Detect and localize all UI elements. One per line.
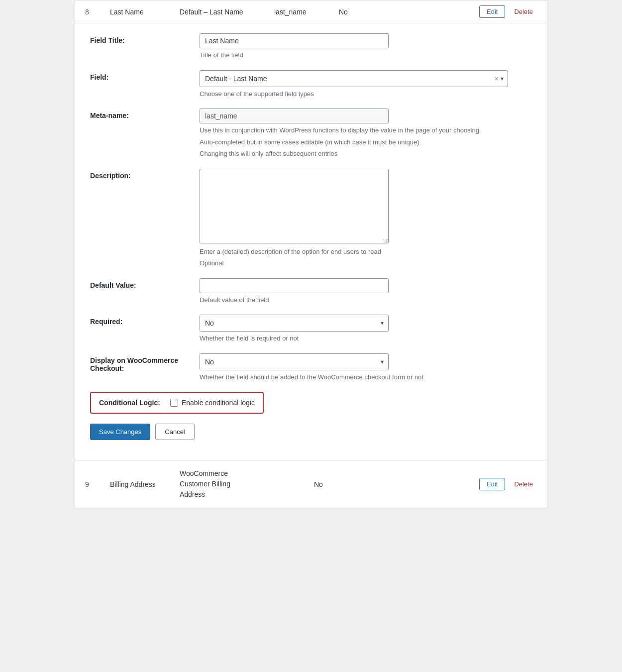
edit-form: Field Title: Title of the field Field: D… <box>75 23 547 460</box>
field-dropdown-arrow[interactable]: ▾ <box>501 75 504 82</box>
required-dropdown-wrap: No Yes ▾ <box>200 315 389 332</box>
meta-name-label: Meta-name: <box>90 109 200 119</box>
woo-checkout-row: Display on WooCommerceCheckout: No Yes ▾… <box>90 353 532 382</box>
woo-checkout-select[interactable]: No Yes <box>200 353 389 370</box>
meta-name-hint-2: Auto-completed but in some cases editabl… <box>200 137 532 147</box>
description-label: Description: <box>90 169 200 180</box>
default-value-label: Default Value: <box>90 278 200 289</box>
row-field-bottom-line3: Address <box>180 490 205 498</box>
save-changes-button[interactable]: Save Changes <box>90 424 150 440</box>
row-name-top: Last Name <box>110 8 175 16</box>
required-row: Required: No Yes ▾ Whether the field is … <box>90 315 532 343</box>
row-number-bottom: 9 <box>85 480 105 488</box>
meta-name-row: Meta-name: Use this in conjunction with … <box>90 109 532 159</box>
description-hint-2: Optional <box>200 258 532 268</box>
meta-name-hint-3: Changing this will only affect subsequen… <box>200 149 532 159</box>
required-label: Required: <box>90 315 200 326</box>
row-actions-bottom: Edit Delete <box>479 478 537 490</box>
row-field-bottom-line1: WooCommerce <box>180 469 228 477</box>
description-hint-1: Enter a (detailed) description of the op… <box>200 247 532 257</box>
row-actions-top: Edit Delete <box>479 5 537 18</box>
field-type-label: Field: <box>90 70 200 81</box>
description-row: Description: Enter a (detailed) descript… <box>90 169 532 268</box>
form-actions: Save Changes Cancel <box>90 424 532 440</box>
woo-checkout-field: No Yes ▾ Whether the field should be add… <box>200 353 532 382</box>
field-select-wrap[interactable]: Default - Last Name × ▾ <box>200 70 508 87</box>
default-value-hint: Default value of the field <box>200 295 532 305</box>
description-textarea[interactable] <box>200 169 389 243</box>
row-name-bottom: Billing Address <box>110 480 175 488</box>
table-row-top: 8 Last Name Default – Last Name last_nam… <box>75 0 547 23</box>
description-field: Enter a (detailed) description of the op… <box>200 169 532 268</box>
conditional-logic-checkbox-label: Enable conditional logic <box>182 399 255 407</box>
edit-button-bottom[interactable]: Edit <box>479 478 505 490</box>
field-type-hint: Choose one of the supported field types <box>200 89 532 99</box>
field-select[interactable]: Default - Last Name <box>205 75 493 83</box>
field-type-field: Default - Last Name × ▾ Choose one of th… <box>200 70 532 99</box>
meta-name-field: Use this in conjunction with WordPress f… <box>200 109 532 159</box>
meta-name-hint-1: Use this in conjunction with WordPress f… <box>200 125 532 135</box>
delete-button-top[interactable]: Delete <box>510 5 537 18</box>
row-field-bottom-line2: Customer Billing <box>180 480 230 488</box>
conditional-logic-checkbox-wrap: Enable conditional logic <box>170 399 255 407</box>
field-title-row: Field Title: Title of the field <box>90 33 532 60</box>
row-meta-top: last_name <box>274 8 334 16</box>
field-title-hint: Title of the field <box>200 50 532 60</box>
required-select[interactable]: No Yes <box>200 315 389 332</box>
row-required-bottom: No <box>314 480 344 488</box>
woo-checkout-hint: Whether the field should be added to the… <box>200 372 532 382</box>
cancel-button[interactable]: Cancel <box>155 424 194 440</box>
table-row-bottom: 9 Billing Address WooCommerce Customer B… <box>75 460 547 508</box>
field-clear-button[interactable]: × <box>493 75 501 83</box>
form-container: 8 Last Name Default – Last Name last_nam… <box>75 0 547 508</box>
edit-button-top[interactable]: Edit <box>479 5 505 18</box>
conditional-logic-checkbox[interactable] <box>170 399 178 407</box>
field-title-field: Title of the field <box>200 33 532 60</box>
meta-name-input[interactable] <box>200 109 389 123</box>
delete-button-bottom[interactable]: Delete <box>510 478 537 490</box>
field-title-label: Field Title: <box>90 33 200 44</box>
row-required-top: No <box>339 8 369 16</box>
default-value-row: Default Value: Default value of the fiel… <box>90 278 532 305</box>
field-type-row: Field: Default - Last Name × ▾ Choose on… <box>90 70 532 99</box>
conditional-logic-label: Conditional Logic: <box>99 399 160 407</box>
row-field-bottom: WooCommerce Customer Billing Address <box>180 468 269 500</box>
field-title-input[interactable] <box>200 33 389 48</box>
default-value-field: Default value of the field <box>200 278 532 305</box>
woo-checkout-dropdown-wrap: No Yes ▾ <box>200 353 389 370</box>
row-number-top: 8 <box>85 8 105 16</box>
default-value-input[interactable] <box>200 278 389 293</box>
woo-checkout-label: Display on WooCommerceCheckout: <box>90 353 200 372</box>
row-field-top: Default – Last Name <box>180 8 269 16</box>
required-hint: Whether the field is required or not <box>200 334 532 343</box>
required-field: No Yes ▾ Whether the field is required o… <box>200 315 532 343</box>
conditional-logic-row: Conditional Logic: Enable conditional lo… <box>90 392 264 414</box>
